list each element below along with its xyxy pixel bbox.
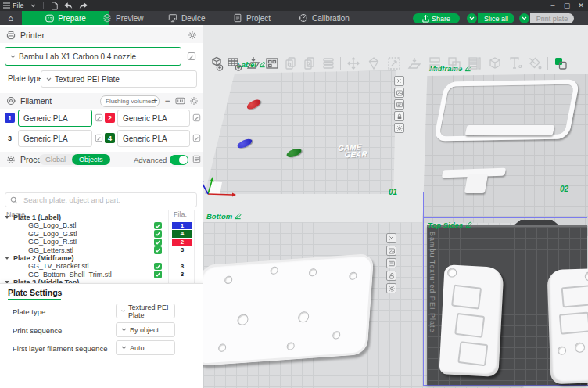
plate-bottom-name[interactable]: Bottom — [206, 212, 242, 221]
lay-on-face-icon[interactable] — [406, 55, 423, 72]
add-text-icon[interactable] — [507, 55, 524, 72]
filament-assignment-badge[interactable]: 1 — [172, 222, 192, 229]
tree-row-gg-letters[interactable]: GG_Letters.stl 3 — [0, 246, 203, 254]
tree-row-gg-bottom-shell-trim[interactable]: GG_Bottom_Shell_Trim.stl 3 — [0, 271, 203, 278]
tree-row-gg-logo-b[interactable]: GG_Logo_B.stl 1 — [0, 221, 203, 229]
search-input[interactable] — [22, 195, 192, 205]
filament-assignment-badge[interactable]: 3 — [172, 271, 192, 278]
model-bottom-shell[interactable] — [203, 253, 374, 366]
export-plate-icon[interactable] — [386, 246, 396, 256]
assembly-view-icon[interactable] — [552, 55, 569, 72]
model-top-side-right[interactable] — [547, 268, 588, 384]
tree-row-gg-logo-r[interactable]: GG_Logo_R.stl 2 — [0, 238, 203, 246]
mesh-boolean-icon[interactable] — [486, 55, 504, 72]
plate-settings-icon[interactable] — [394, 99, 404, 110]
variable-layer-height-icon[interactable] — [466, 55, 483, 72]
filament-4-select[interactable]: Generic PLA — [117, 130, 190, 147]
print-options-button[interactable] — [519, 13, 529, 23]
printer-preset-select[interactable]: Bambu Lab X1 Carbon 0.4 nozzle — [5, 47, 181, 66]
tree-row-gg-logo-g[interactable]: GG_Logo_G.stl 4 — [0, 230, 203, 238]
split-to-objects-icon[interactable] — [426, 55, 443, 72]
add-plate-icon[interactable] — [226, 55, 243, 72]
process-list-icon[interactable] — [192, 155, 201, 163]
collapse-caret-icon[interactable] — [5, 216, 9, 219]
model-midframe-crossbar[interactable] — [465, 125, 555, 135]
maximize-button[interactable]: ▢ — [560, 0, 574, 11]
tab-device[interactable]: Device — [168, 11, 206, 25]
plate-gear-icon[interactable] — [394, 123, 404, 133]
add-filament-icon[interactable]: + — [150, 96, 160, 106]
edit-filament-3-icon[interactable] — [95, 134, 104, 143]
print-checkbox[interactable] — [154, 230, 162, 238]
slice-all-button[interactable]: Slice all — [478, 13, 514, 23]
copy-icon[interactable] — [282, 55, 299, 72]
scope-global-button[interactable]: Global — [39, 156, 72, 163]
share-button[interactable]: Share — [413, 13, 460, 23]
slice-options-button[interactable] — [467, 13, 477, 23]
unlock-plate-icon[interactable] — [386, 271, 396, 281]
delete-plate-icon[interactable] — [386, 233, 396, 243]
remove-filament-icon[interactable]: − — [163, 96, 172, 106]
arrange-icon[interactable] — [264, 55, 281, 72]
print-checkbox[interactable] — [154, 271, 162, 278]
plate-type-select[interactable]: Textured PEI Plate — [41, 70, 197, 88]
file-menu[interactable]: File — [0, 0, 27, 11]
advanced-toggle[interactable] — [170, 155, 188, 165]
filament-1-select[interactable]: Generic PLA — [18, 110, 92, 127]
close-button[interactable]: ✕ — [574, 0, 588, 11]
print-plate-button[interactable]: Print plate — [530, 13, 574, 23]
filament-settings-gear-icon[interactable] — [189, 96, 199, 106]
lock-plate-icon[interactable] — [394, 111, 404, 121]
filament-2-color-badge[interactable]: 2 — [105, 113, 115, 123]
home-button[interactable]: ⌂ — [0, 11, 21, 25]
ps-print-sequence-select[interactable]: By object — [116, 322, 175, 337]
model-gg-letters[interactable]: GAME GEAR — [338, 143, 368, 159]
filament-assignment-badge[interactable]: 3 — [172, 246, 192, 253]
tree-row-gg-tv-bracket[interactable]: GG_TV_Bracket.stl 3 — [0, 262, 203, 270]
filament-3-color-badge[interactable]: 3 — [5, 133, 15, 143]
edit-filament-4-icon[interactable] — [192, 134, 202, 143]
edit-filament-2-icon[interactable] — [192, 113, 202, 123]
auto-orient-icon[interactable] — [245, 55, 262, 72]
print-checkbox[interactable] — [154, 222, 162, 230]
viewport-3d[interactable]: GAME GEAR Label 01 Midframe 02 — [203, 25, 588, 388]
paint-icon[interactable] — [526, 55, 543, 72]
filament-1-color-badge[interactable]: 1 — [5, 113, 15, 123]
assembly-list-icon[interactable] — [320, 55, 337, 72]
model-tv-bracket-stem[interactable] — [464, 174, 488, 193]
filament-assignment-badge[interactable]: 2 — [172, 239, 192, 246]
filament-assignment-badge[interactable]: 4 — [172, 230, 192, 237]
minimize-button[interactable]: – — [546, 0, 560, 11]
split-to-parts-icon[interactable] — [446, 55, 463, 72]
export-plate-icon[interactable] — [394, 88, 404, 98]
tree-row-plate-1[interactable]: Plate 1 (Label) — [0, 214, 203, 221]
plate-gear-icon[interactable] — [386, 283, 396, 293]
new-project-button[interactable] — [48, 0, 61, 11]
scale-icon[interactable] — [385, 55, 403, 72]
undo-button[interactable] — [61, 0, 76, 11]
ams-sync-icon[interactable] — [175, 96, 185, 106]
plate-settings-icon[interactable] — [386, 258, 396, 268]
collapse-caret-icon[interactable] — [5, 257, 9, 260]
filament-4-color-badge[interactable]: 4 — [105, 133, 115, 143]
printer-settings-gear-icon[interactable] — [188, 31, 197, 40]
print-checkbox[interactable] — [154, 239, 162, 246]
scope-objects-button[interactable]: Objects — [72, 154, 110, 165]
model-top-side-left[interactable] — [439, 264, 504, 377]
redo-button[interactable] — [76, 0, 91, 11]
tree-row-plate-2[interactable]: Plate 2 (Midframe) — [0, 254, 203, 262]
ps-first-layer-sequence-select[interactable]: Auto — [116, 340, 175, 355]
rotate-icon[interactable] — [365, 55, 382, 72]
filament-2-select[interactable]: Generic PLA — [117, 110, 190, 127]
tab-calibration[interactable]: Calibration — [299, 11, 350, 25]
edit-printer-icon[interactable] — [187, 52, 196, 61]
paste-icon[interactable] — [301, 55, 318, 72]
filament-3-select[interactable]: Generic PLA — [18, 130, 92, 147]
move-icon[interactable] — [345, 55, 362, 72]
delete-plate-icon[interactable] — [394, 76, 404, 86]
tab-project[interactable]: Project — [233, 11, 271, 25]
edit-filament-1-icon[interactable] — [95, 113, 104, 123]
ps-plate-type-select[interactable]: Textured PEI Plate — [116, 304, 175, 318]
plate-top-sides-name[interactable]: Top Sides — [428, 221, 472, 229]
file-menu-dropdown[interactable] — [27, 0, 39, 11]
